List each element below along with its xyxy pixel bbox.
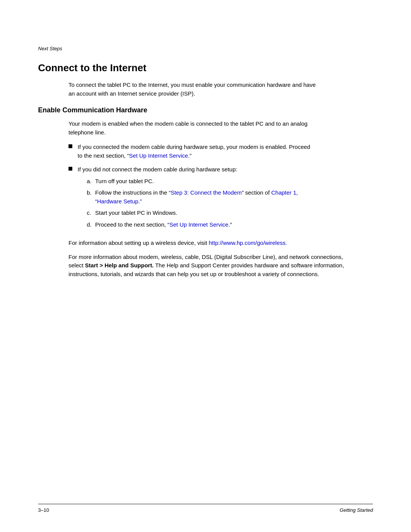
extra-info: For information about setting up a wirel… [68, 239, 346, 278]
set-up-internet-service-link-2[interactable]: Set Up Internet Service. [169, 221, 230, 228]
footer: 3–10 Getting Started [38, 504, 373, 513]
bullet-list: If you connected the modem cable during … [68, 143, 316, 232]
step3-connect-modem-link[interactable]: Step 3: Connect the Modem [170, 189, 242, 196]
sub-label-a: a. [87, 177, 95, 186]
bullet-text-2: If you did not connect the modem cable d… [78, 166, 237, 173]
sub-text-a: Turn off your tablet PC. [95, 177, 154, 186]
section-body: Your modem is enabled when the modem cab… [68, 120, 373, 278]
bullet-icon [68, 144, 72, 148]
sub-list-item-b: b. Follow the instructions in the “Step … [87, 189, 316, 206]
extra-para-2: For more information about modem, wirele… [68, 253, 346, 279]
sub-list-item-d: d. Proceed to the next section, “Set Up … [87, 220, 316, 229]
intro-paragraph: To connect the tablet PC to the Internet… [68, 81, 316, 98]
sub-label-b: b. [87, 189, 95, 197]
sub-text-c: Start your tablet PC in Windows. [95, 209, 177, 217]
section-intro: Your modem is enabled when the modem cab… [68, 120, 316, 137]
set-up-internet-service-link-1[interactable]: Set Up Internet Service. [129, 152, 190, 159]
page-title: Connect to the Internet [38, 62, 373, 74]
sub-label-c: c. [87, 209, 95, 217]
bullet-2-content: If you did not connect the modem cable d… [78, 165, 316, 232]
bullet-icon [68, 167, 72, 171]
list-item: If you connected the modem cable during … [68, 143, 316, 160]
list-item: If you did not connect the modem cable d… [68, 165, 316, 232]
hp-wireless-link[interactable]: http://www.hp.com/go/wireless. [209, 240, 287, 246]
sub-text-b: Follow the instructions in the “Step 3: … [95, 189, 316, 206]
page: Next Steps Connect to the Internet To co… [0, 0, 411, 532]
sub-label-d: d. [87, 220, 95, 229]
header-label: Next Steps [38, 46, 373, 51]
sub-list-item-a: a. Turn off your tablet PC. [87, 177, 316, 186]
section-title: Enable Communication Hardware [38, 106, 373, 114]
bullet-text-1: If you connected the modem cable during … [78, 143, 316, 160]
extra-para-1: For information about setting up a wirel… [68, 239, 346, 248]
sub-list: a. Turn off your tablet PC. b. Follow th… [87, 177, 316, 229]
sub-list-item-c: c. Start your tablet PC in Windows. [87, 209, 316, 217]
start-help-support-text: Start > Help and Support. [85, 262, 153, 268]
footer-page-number: 3–10 [38, 507, 49, 513]
sub-text-d: Proceed to the next section, “Set Up Int… [95, 220, 232, 229]
footer-title: Getting Started [340, 507, 373, 513]
